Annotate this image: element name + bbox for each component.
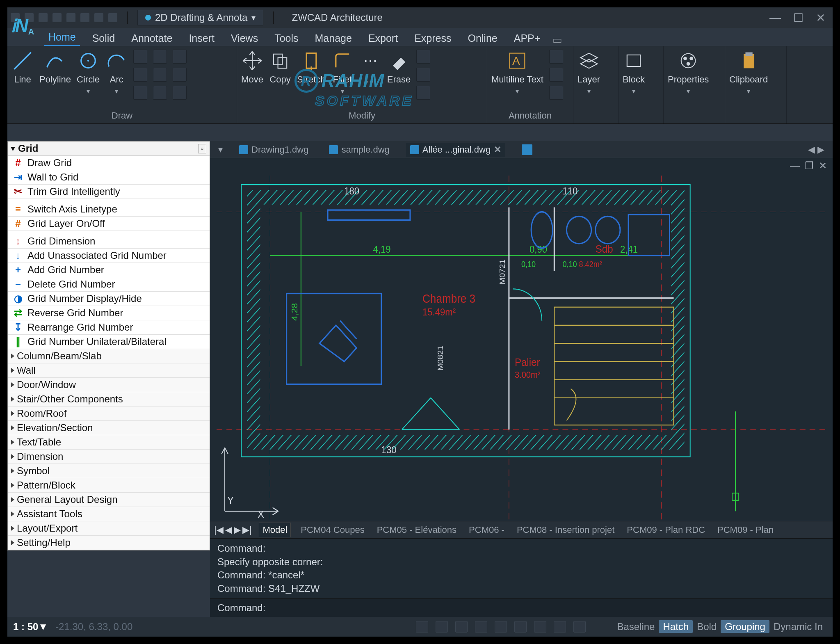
layout-nav[interactable]: ▶ — [234, 525, 241, 535]
draw-mini-3[interactable] — [133, 86, 147, 100]
ribbon-tab-overflow[interactable]: ▭ — [552, 34, 562, 46]
palette-item[interactable]: ⇥Wall to Grid — [8, 170, 210, 185]
layout-tab[interactable]: PCM05 - Elévations — [374, 523, 459, 537]
ribbon-tab-export[interactable]: Export — [364, 31, 402, 46]
status-mode-hatch[interactable]: Hatch — [659, 620, 693, 633]
palette-item[interactable]: #Grid Layer On/Off — [8, 217, 210, 231]
draw-mini-8[interactable] — [173, 68, 187, 82]
layout-nav[interactable]: ◀ — [225, 525, 232, 535]
status-btn-9[interactable] — [573, 621, 586, 633]
draw-mini-9[interactable] — [173, 86, 187, 100]
palette-item[interactable]: +Add Grid Number — [8, 263, 210, 277]
command-line[interactable]: Command: — [210, 598, 833, 617]
layout-nav[interactable]: ▶| — [242, 525, 252, 535]
circle-tool[interactable]: Circle▾ — [77, 50, 100, 95]
copy-tool[interactable]: Copy — [269, 50, 291, 85]
palette-item[interactable]: ↓Add Unassociated Grid Number — [8, 249, 210, 263]
ribbon-tab-annotate[interactable]: Annotate — [127, 31, 176, 46]
close-icon[interactable]: ✕ — [494, 144, 501, 155]
palette-item[interactable]: ≡Switch Axis Linetype — [8, 202, 210, 217]
anno-mini-3[interactable] — [549, 86, 563, 100]
palette-category[interactable]: Room/Roof — [8, 406, 210, 421]
palette-item[interactable]: ◑Grid Number Display/Hide — [8, 292, 210, 306]
erase-tool[interactable]: Erase — [387, 50, 411, 85]
layout-tab[interactable]: PCM06 - — [466, 523, 507, 537]
document-tab[interactable]: sample.dwg — [325, 143, 393, 157]
palette-category[interactable]: General Layout Design — [8, 493, 210, 507]
minimize-button[interactable]: — — [769, 11, 781, 25]
palette-category[interactable]: Setting/Help — [8, 536, 210, 550]
doc-minimize-button[interactable]: — — [790, 160, 800, 171]
palette-item[interactable]: ✂Trim Gird Intelligently — [8, 185, 210, 199]
status-mode-dynamic in[interactable]: Dynamic In — [769, 620, 827, 633]
palette-category[interactable]: Column/Beam/Slab — [8, 349, 210, 363]
qat-more-icon[interactable] — [108, 13, 117, 22]
new-document-button[interactable] — [522, 144, 532, 155]
palette-item[interactable]: ∥Grid Number Unilateral/Bilateral — [8, 335, 210, 349]
anno-mini-2[interactable] — [549, 68, 563, 82]
palette-category[interactable]: Stair/Other Components — [8, 392, 210, 406]
status-scale[interactable]: 1 : 50▼ — [13, 621, 48, 633]
qat-saveas-icon[interactable] — [52, 13, 62, 22]
status-mode-baseline[interactable]: Baseline — [613, 620, 659, 633]
qat-undo-icon[interactable] — [80, 13, 89, 22]
palette-category[interactable]: Pattern/Block — [8, 478, 210, 493]
modify-mini-2[interactable] — [416, 68, 430, 82]
modify-more[interactable]: ⋯... — [359, 50, 381, 85]
palette-category[interactable]: Symbol — [8, 464, 210, 478]
draw-mini-7[interactable] — [173, 50, 187, 64]
doc-tab-scroll[interactable]: ◀ ▶ — [808, 144, 824, 155]
document-tab[interactable]: Drawing1.dwg — [235, 143, 313, 157]
status-btn-2[interactable] — [436, 621, 448, 633]
draw-mini-2[interactable] — [133, 68, 147, 82]
palette-category[interactable]: Layout/Export — [8, 521, 210, 536]
pin-icon[interactable]: ▫ — [198, 144, 206, 153]
clipboard-tool[interactable]: Clipboard▾ — [729, 50, 768, 95]
draw-mini-5[interactable] — [153, 68, 167, 82]
status-btn-8[interactable] — [554, 621, 566, 633]
palette-category[interactable]: Elevation/Section — [8, 421, 210, 435]
doc-close-button[interactable]: ✕ — [819, 160, 827, 171]
qat-redo-icon[interactable] — [94, 13, 103, 22]
multiline-text-tool[interactable]: AMultiline Text▾ — [491, 50, 543, 95]
status-btn-4[interactable] — [475, 621, 487, 633]
status-btn-7[interactable] — [534, 621, 546, 633]
modify-mini-3[interactable] — [416, 86, 430, 100]
layout-nav[interactable]: |◀ — [214, 525, 224, 535]
status-btn-3[interactable] — [455, 621, 468, 633]
qat-save-icon[interactable] — [39, 13, 48, 22]
layout-tab[interactable]: PCM08 - Insertion projet — [514, 523, 617, 537]
layout-tab[interactable]: Model — [259, 523, 291, 537]
status-mode-grouping[interactable]: Grouping — [721, 620, 769, 633]
palette-header[interactable]: ▾ Grid ▫ — [8, 142, 210, 156]
status-btn-1[interactable] — [416, 621, 428, 633]
palette-item[interactable]: ↕Grid Dimension — [8, 234, 210, 249]
ribbon-tab-solid[interactable]: Solid — [88, 31, 119, 46]
palette-category[interactable]: Door/Window — [8, 378, 210, 392]
draw-mini-4[interactable] — [153, 50, 167, 64]
ribbon-tab-tools[interactable]: Tools — [270, 31, 302, 46]
line-tool[interactable]: Line — [11, 50, 34, 85]
status-btn-6[interactable] — [514, 621, 527, 633]
workspace-selector[interactable]: 2D Drafting & Annota ▾ — [137, 10, 263, 25]
properties-tool[interactable]: Properties▾ — [668, 50, 709, 95]
ribbon-tab-manage[interactable]: Manage — [311, 31, 356, 46]
ribbon-tab-express[interactable]: Express — [410, 31, 455, 46]
palette-item[interactable]: #Draw Grid — [8, 156, 210, 170]
stretch-tool[interactable]: Stretch — [297, 50, 326, 85]
modify-mini-1[interactable] — [416, 50, 430, 64]
palette-item[interactable]: ↧Rearrange Grid Number — [8, 320, 210, 335]
qat-print-icon[interactable] — [66, 13, 75, 22]
fillet-tool[interactable]: Fillet▾ — [331, 50, 354, 95]
status-btn-5[interactable] — [495, 621, 507, 633]
maximize-button[interactable]: ☐ — [793, 11, 803, 25]
move-tool[interactable]: Move — [241, 50, 263, 85]
block-tool[interactable]: Block▾ — [623, 50, 645, 95]
ribbon-tab-views[interactable]: Views — [227, 31, 262, 46]
palette-category[interactable]: Text/Table — [8, 435, 210, 450]
draw-mini-6[interactable] — [153, 86, 167, 100]
ribbon-tab-home[interactable]: Home — [44, 30, 80, 46]
palette-item[interactable]: −Delete Grid Number — [8, 277, 210, 292]
palette-item[interactable]: ⇄Reverse Grid Number — [8, 306, 210, 320]
document-tab[interactable]: Allée ...ginal.dwg ✕ — [406, 143, 505, 157]
